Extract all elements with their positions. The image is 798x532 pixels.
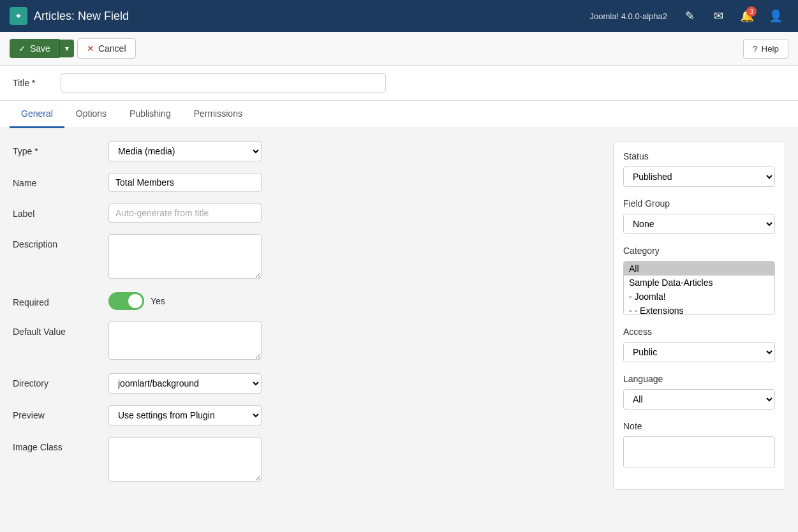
- save-label: Save: [30, 43, 50, 54]
- help-label: Help: [762, 44, 779, 54]
- status-section-label: Status: [623, 151, 775, 161]
- title-row: Title *: [0, 66, 798, 101]
- toggle-knob: [128, 294, 142, 308]
- save-check-icon: ✓: [18, 43, 26, 54]
- required-control: Yes: [108, 292, 262, 310]
- help-question-icon: ?: [753, 44, 757, 54]
- default-value-label: Default Value: [13, 321, 96, 337]
- directory-row: Directory joomlart/background images ima…: [13, 373, 600, 394]
- main-content: Type * Media (media) Text Integer List C…: [0, 128, 798, 508]
- edit-nav-button[interactable]: ✎: [677, 3, 702, 29]
- label-input[interactable]: [108, 203, 262, 223]
- cancel-button[interactable]: ✕ Cancel: [77, 38, 136, 59]
- description-label: Description: [13, 234, 96, 249]
- label-row: Label: [13, 203, 600, 223]
- toolbar: ✓ Save ▾ ✕ Cancel ? Help: [0, 32, 798, 66]
- cancel-x-icon: ✕: [87, 43, 94, 54]
- access-select[interactable]: Public Guest Registered Special Super Us…: [623, 342, 775, 362]
- tab-publishing[interactable]: Publishing: [118, 101, 182, 128]
- status-section: Status Published Unpublished Archived Tr…: [623, 151, 775, 187]
- navbar-brand: ✦ Articles: New Field: [10, 7, 590, 25]
- category-section: Category All Sample Data-Articles - Joom…: [623, 246, 775, 315]
- image-class-label: Image Class: [13, 437, 96, 452]
- navbar: ✦ Articles: New Field Joomla! 4.0.0-alph…: [0, 0, 798, 32]
- image-class-textarea[interactable]: [108, 437, 262, 482]
- type-control: Media (media) Text Integer List Calendar: [108, 141, 262, 161]
- name-input[interactable]: [108, 173, 262, 192]
- image-class-row: Image Class: [13, 437, 600, 484]
- type-row: Type * Media (media) Text Integer List C…: [13, 141, 600, 161]
- directory-control: joomlart/background images images/banner…: [108, 373, 262, 394]
- access-label: Access: [623, 327, 775, 337]
- name-label: Name: [13, 173, 96, 188]
- status-select[interactable]: Published Unpublished Archived Trashed: [623, 166, 775, 187]
- required-yes-label: Yes: [151, 296, 165, 306]
- cancel-label: Cancel: [98, 43, 126, 54]
- default-value-control: [108, 321, 262, 362]
- default-value-textarea[interactable]: [108, 321, 262, 360]
- tab-general[interactable]: General: [10, 101, 64, 128]
- save-dropdown-button[interactable]: ▾: [59, 40, 74, 57]
- note-section: Note: [623, 421, 775, 468]
- name-control: [108, 173, 262, 192]
- name-row: Name: [13, 173, 600, 192]
- tab-options[interactable]: Options: [64, 101, 118, 128]
- language-select[interactable]: All: [623, 389, 775, 410]
- preview-select[interactable]: Use settings from Plugin No Preview Show…: [108, 405, 262, 425]
- type-select[interactable]: Media (media) Text Integer List Calendar: [108, 141, 262, 161]
- note-label: Note: [623, 421, 775, 431]
- page-title: Articles: New Field: [34, 10, 129, 23]
- description-control: [108, 234, 262, 281]
- directory-select[interactable]: joomlart/background images images/banner…: [108, 373, 262, 394]
- title-input[interactable]: [61, 73, 386, 92]
- required-toggle[interactable]: [108, 292, 144, 310]
- language-label: Language: [623, 374, 775, 384]
- label-label: Label: [13, 203, 96, 219]
- category-listbox[interactable]: All Sample Data-Articles - Joomla! - - E…: [623, 261, 775, 315]
- save-button-group: ✓ Save ▾: [10, 39, 74, 58]
- description-textarea[interactable]: [108, 234, 262, 279]
- directory-label: Directory: [13, 373, 96, 388]
- required-label: Required: [13, 292, 96, 307]
- title-label: Title *: [13, 78, 51, 88]
- label-control: [108, 203, 262, 223]
- right-panel: Status Published Unpublished Archived Tr…: [613, 141, 785, 490]
- left-panel: Type * Media (media) Text Integer List C…: [13, 141, 600, 495]
- description-row: Description: [13, 234, 600, 281]
- preview-label: Preview: [13, 405, 96, 420]
- notifications-nav-button[interactable]: 🔔 3: [734, 3, 760, 29]
- field-group-select[interactable]: None: [623, 214, 775, 234]
- user-nav-button[interactable]: 👤: [763, 3, 788, 29]
- toolbar-right: ? Help: [743, 39, 788, 59]
- field-group-label: Field Group: [623, 198, 775, 209]
- note-input[interactable]: [623, 436, 775, 468]
- preview-row: Preview Use settings from Plugin No Prev…: [13, 405, 600, 425]
- mail-nav-button[interactable]: ✉: [706, 3, 731, 29]
- access-section: Access Public Guest Registered Special S…: [623, 327, 775, 362]
- notification-badge: 3: [746, 6, 757, 17]
- help-button[interactable]: ? Help: [743, 39, 788, 59]
- dropdown-arrow-icon: ▾: [65, 44, 69, 53]
- brand-icon: ✦: [10, 7, 27, 25]
- required-toggle-wrap: Yes: [108, 292, 262, 310]
- tab-permissions[interactable]: Permissions: [182, 101, 254, 128]
- navbar-right: Joomla! 4.0.0-alpha2 ✎ ✉ 🔔 3 👤: [590, 3, 788, 29]
- required-row: Required Yes: [13, 292, 600, 310]
- language-section: Language All: [623, 374, 775, 410]
- default-value-row: Default Value: [13, 321, 600, 362]
- joomla-version: Joomla! 4.0.0-alpha2: [590, 11, 667, 21]
- type-label: Type *: [13, 141, 96, 156]
- save-button[interactable]: ✓ Save: [10, 39, 59, 58]
- category-label: Category: [623, 246, 775, 256]
- toolbar-left: ✓ Save ▾ ✕ Cancel: [10, 38, 136, 59]
- tabs-bar: General Options Publishing Permissions: [0, 101, 798, 128]
- field-group-section: Field Group None: [623, 198, 775, 234]
- image-class-control: [108, 437, 262, 484]
- preview-control: Use settings from Plugin No Preview Show…: [108, 405, 262, 425]
